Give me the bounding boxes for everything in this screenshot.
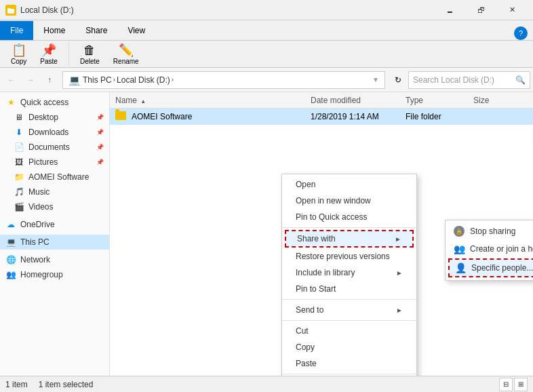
sidebar: ★ Quick access 🖥 Desktop 📌 ⬇ Downloads 📌…: [0, 92, 110, 376]
status-bar: 1 item 1 item selected ⊟ ⊞: [0, 376, 533, 392]
search-box[interactable]: Search Local Disk (D:) 🔍: [408, 71, 530, 89]
sidebar-item-homegroup[interactable]: 👥 Homegroup: [0, 267, 109, 282]
sidebar-item-quickaccess[interactable]: ★ Quick access: [0, 95, 109, 110]
view-large-icon-button[interactable]: ⊞: [514, 378, 528, 391]
back-button[interactable]: ←: [3, 71, 20, 89]
sidebar-item-pictures[interactable]: 🖼 Pictures 📌: [0, 155, 109, 170]
menu-item-pin-start[interactable]: Pin to Start: [282, 281, 416, 297]
col-header-type[interactable]: Type: [406, 96, 473, 105]
stop-sharing-icon: 🔒: [454, 226, 465, 237]
tab-view[interactable]: View: [117, 21, 155, 40]
sidebar-label-quickaccess: Quick access: [20, 98, 68, 107]
up-button[interactable]: ↑: [41, 71, 58, 89]
ribbon-delete-button[interactable]: 🗑 Delete: [75, 42, 105, 66]
sidebar-item-documents[interactable]: 📄 Documents 📌: [0, 140, 109, 155]
menu-item-send-to[interactable]: Send to ►: [282, 302, 416, 318]
sidebar-item-network[interactable]: 🌐 Network: [0, 252, 109, 267]
title-bar-text: Local Disk (D:): [20, 5, 434, 15]
submenu-arrow-library: ►: [396, 269, 403, 277]
menu-divider-1: [282, 227, 416, 228]
tab-share[interactable]: Share: [75, 21, 117, 40]
menu-divider-3: [282, 320, 416, 321]
sidebar-item-desktop[interactable]: 🖥 Desktop 📌: [0, 110, 109, 125]
content-area: Name ▲ Date modified Type Size AOMEI Sof…: [110, 92, 533, 376]
ribbon-bar: 📋 Copy 📌 Paste 🗑 Delete ✏️ Rename: [0, 41, 533, 68]
ribbon-tabs: File Home Share View ?: [0, 20, 533, 41]
sidebar-label-pictures: Pictures: [28, 157, 58, 167]
downloads-icon: ⬇: [14, 127, 24, 138]
address-part-thispc: This PC: [83, 75, 112, 85]
sidebar-label-videos: Videos: [28, 202, 53, 212]
file-name: AOMEI Software: [132, 112, 311, 121]
menu-item-copy[interactable]: Copy: [282, 339, 416, 355]
refresh-button[interactable]: ↻: [389, 71, 407, 89]
videos-icon: 🎬: [14, 201, 24, 212]
search-placeholder: Search Local Disk (D:): [413, 75, 515, 85]
share-with-submenu: 🔒 Stop sharing 👥 Create or join a homegr…: [445, 220, 533, 281]
col-header-size[interactable]: Size: [473, 96, 528, 105]
submenu-item-stop-sharing[interactable]: 🔒 Stop sharing: [446, 222, 533, 240]
table-row[interactable]: AOMEI Software 1/28/2019 1:14 AM File fo…: [110, 109, 533, 125]
sidebar-label-homegroup: Homegroup: [20, 270, 63, 279]
forward-button[interactable]: →: [22, 71, 39, 89]
col-header-date[interactable]: Date modified: [311, 96, 406, 105]
documents-icon: 📄: [14, 142, 24, 153]
status-selected: 1 item selected: [39, 380, 94, 389]
ribbon-copy-button[interactable]: 📋 Copy: [5, 41, 32, 66]
maximize-button[interactable]: 🗗: [465, 0, 496, 20]
aomei-icon: 📁: [14, 172, 24, 182]
onedrive-icon: ☁: [5, 219, 16, 230]
sidebar-label-documents: Documents: [28, 142, 70, 152]
help-button[interactable]: ?: [514, 26, 528, 40]
thispc-icon: 💻: [5, 237, 16, 248]
ribbon-paste-button[interactable]: 📌 Paste: [35, 41, 63, 66]
sidebar-item-videos[interactable]: 🎬 Videos: [0, 199, 109, 214]
network-icon: 🌐: [5, 254, 16, 265]
close-button[interactable]: ✕: [496, 0, 528, 20]
menu-item-pin-quick-access[interactable]: Pin to Quick access: [282, 209, 416, 225]
submenu-item-homegroup[interactable]: 👥 Create or join a homegroup: [446, 240, 533, 258]
view-details-button[interactable]: ⊟: [499, 378, 513, 391]
menu-divider-4: [282, 374, 416, 374]
tab-home[interactable]: Home: [33, 21, 75, 40]
specific-people-icon: 👤: [455, 262, 466, 273]
music-icon: 🎵: [14, 187, 24, 197]
sidebar-label-thispc: This PC: [20, 237, 50, 247]
homegroup-icon: 👥: [5, 269, 16, 280]
sidebar-label-aomei: AOMEI Software: [28, 172, 89, 182]
expand-address-icon: ▼: [372, 76, 379, 83]
sidebar-item-onedrive[interactable]: ☁ OneDrive: [0, 217, 109, 232]
submenu-arrow-sendto: ►: [396, 307, 403, 314]
homegroup-share-icon: 👥: [454, 243, 465, 254]
menu-item-paste[interactable]: Paste: [282, 355, 416, 372]
column-headers: Name ▲ Date modified Type Size: [110, 92, 533, 109]
sidebar-label-downloads: Downloads: [28, 128, 68, 137]
sidebar-item-aomei[interactable]: 📁 AOMEI Software: [0, 170, 109, 184]
menu-item-restore-versions[interactable]: Restore previous versions: [282, 248, 416, 264]
sidebar-item-thispc[interactable]: 💻 This PC: [0, 235, 109, 250]
sidebar-label-desktop: Desktop: [28, 113, 58, 122]
menu-item-open[interactable]: Open: [282, 176, 416, 193]
menu-item-include-library[interactable]: Include in library ►: [282, 264, 416, 281]
sidebar-item-downloads[interactable]: ⬇ Downloads 📌: [0, 125, 109, 140]
tab-file[interactable]: File: [0, 21, 33, 40]
file-date: 1/28/2019 1:14 AM: [311, 112, 406, 121]
minimize-button[interactable]: 🗕: [434, 0, 465, 20]
quickaccess-icon: ★: [5, 97, 16, 108]
file-type: File folder: [406, 112, 473, 121]
sidebar-item-music[interactable]: 🎵 Music: [0, 184, 109, 199]
submenu-item-specific-people[interactable]: 👤 Specific people...: [448, 258, 533, 277]
col-header-name[interactable]: Name ▲: [115, 96, 311, 105]
app-icon: [5, 5, 16, 16]
address-part-localdisk: Local Disk (D:): [117, 75, 170, 85]
desktop-icon: 🖥: [14, 112, 24, 123]
sort-arrow: ▲: [140, 98, 146, 104]
address-bar[interactable]: 💻 This PC › Local Disk (D:) › ▼: [62, 71, 385, 89]
sidebar-label-music: Music: [28, 187, 50, 197]
sidebar-label-onedrive: OneDrive: [20, 220, 55, 229]
menu-item-share-with[interactable]: Share with ►: [285, 230, 414, 248]
menu-item-open-new-window[interactable]: Open in new window: [282, 193, 416, 209]
ribbon-rename-button[interactable]: ✏️ Rename: [108, 41, 144, 66]
status-bar-right: ⊟ ⊞: [499, 378, 528, 391]
menu-item-cut[interactable]: Cut: [282, 323, 416, 339]
